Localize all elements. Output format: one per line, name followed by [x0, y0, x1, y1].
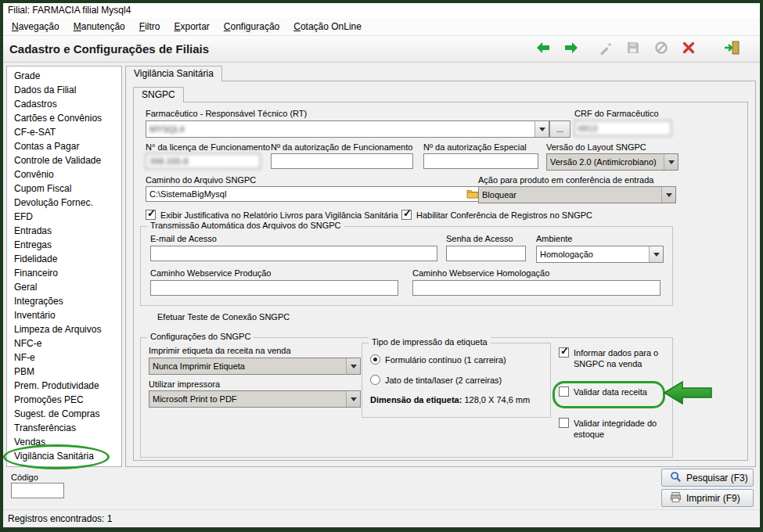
- aut-especial-field[interactable]: [423, 153, 538, 169]
- chevron-down-icon[interactable]: [664, 154, 678, 170]
- sidebar-item[interactable]: Promoções PEC: [7, 393, 121, 407]
- menu-item-filtro[interactable]: Filtro: [132, 18, 167, 35]
- sidebar-item[interactable]: Contas a Pagar: [7, 139, 121, 153]
- sidebar-item[interactable]: Integrações: [7, 294, 121, 308]
- ambiente-combobox[interactable]: Homologação: [536, 246, 664, 263]
- pesquisar-button[interactable]: Pesquisar (F3): [661, 469, 754, 487]
- exit-door-icon: [724, 40, 741, 59]
- save-icon: [626, 41, 640, 58]
- sidebar-item[interactable]: Inventário: [7, 308, 121, 322]
- page-title: Cadastro e Configurações de Filiais: [9, 36, 209, 62]
- checkbox-habilitar-conferencia[interactable]: Habilitar Conferência de Registros no SN…: [401, 210, 592, 221]
- chevron-down-icon[interactable]: [661, 187, 675, 203]
- sidebar-item[interactable]: PBM: [7, 365, 121, 379]
- save-button[interactable]: [624, 40, 642, 59]
- menu-item-manutencao[interactable]: Manutenção: [67, 18, 132, 35]
- checkbox-box: [559, 418, 569, 428]
- menu-item-exportar[interactable]: Exportar: [167, 18, 216, 35]
- licenca-field[interactable]: 398.335-8: [146, 153, 261, 169]
- sidebar-item[interactable]: Cupom Fiscal: [7, 182, 121, 196]
- teste-conexao-link[interactable]: Efetuar Teste de Conexão SNGPC: [157, 312, 290, 322]
- sidebar-item[interactable]: Cadastros: [7, 97, 121, 111]
- layout-sngpc-combobox[interactable]: Versão 2.0 (Antimicrobiano): [546, 153, 678, 171]
- sidebar-item[interactable]: Devolução Fornec.: [7, 196, 121, 210]
- annotation-arrow-left: [664, 379, 712, 409]
- arrow-left-icon: [535, 40, 551, 59]
- sidebar-item[interactable]: NF-e: [7, 350, 121, 365]
- nav-forward-button[interactable]: [562, 40, 581, 59]
- sidebar-item[interactable]: Convênio: [7, 167, 121, 182]
- wand-button[interactable]: [596, 40, 615, 59]
- radio-dot: [370, 375, 380, 385]
- sidebar-item[interactable]: CF-e-SAT: [7, 125, 121, 139]
- nav-back-button[interactable]: [534, 40, 552, 59]
- menu-item-configuracao[interactable]: Configuração: [217, 18, 286, 35]
- block-button[interactable]: [652, 40, 671, 59]
- caminho-label: Caminho do Arquivo SNGPC: [146, 175, 256, 185]
- menu-item-navegacao[interactable]: Navegação: [5, 18, 67, 35]
- sidebar-item[interactable]: Geral: [7, 280, 121, 294]
- group-transmissao-title: Transmissão Automática dos Arquivos do S…: [147, 221, 344, 230]
- group-configuracoes: Configurações do SNGPC Imprimir etiqueta…: [140, 337, 673, 458]
- dimensao-etiqueta-label: Dimensão da etiqueta: 128,0 X 74,6 mm: [370, 395, 530, 404]
- email-label: E-mail de Acesso: [150, 234, 217, 243]
- tab-sngpc[interactable]: SNGPC: [133, 87, 184, 102]
- checkbox-informar-dados[interactable]: Informar dados para o SNGPC na venda: [559, 347, 670, 369]
- codigo-field[interactable]: [11, 483, 64, 498]
- sidebar-item[interactable]: Controle de Validade: [7, 153, 121, 167]
- rt-label: Farmacêutico - Responsável Técnico (RT): [146, 109, 307, 118]
- sidebar-item[interactable]: Dados da Filial: [7, 83, 121, 97]
- imprimir-etiqueta-combobox[interactable]: Nunca Imprimir Etiqueta: [149, 358, 361, 375]
- sidebar-item[interactable]: Entradas: [7, 224, 121, 238]
- sidebar-item[interactable]: Cartões e Convênios: [7, 111, 121, 125]
- sidebar-item-vigilancia-sanitaria[interactable]: Vigilância Sanitária: [7, 449, 121, 463]
- sidebar-item[interactable]: NFC-e: [7, 336, 121, 350]
- sidebar-item[interactable]: Prem. Produtividade: [7, 379, 121, 393]
- sidebar-item[interactable]: Entregas: [7, 238, 121, 252]
- senha-label: Senha de Acesso: [446, 234, 513, 243]
- acao-conferencia-combobox[interactable]: Bloquear: [478, 186, 676, 203]
- chevron-down-icon[interactable]: [346, 358, 360, 374]
- folder-open-icon[interactable]: [466, 189, 479, 202]
- delete-button[interactable]: [679, 40, 698, 59]
- checkbox-exibir-justificativa[interactable]: Exibir Justificativa no Relatório Livros…: [146, 210, 398, 221]
- email-acesso-field[interactable]: [150, 246, 437, 261]
- sidebar-item[interactable]: Limpeza de Arquivos: [7, 322, 121, 336]
- sidebar-item[interactable]: Financeiro: [7, 266, 121, 280]
- rt-browse-button[interactable]: ...: [549, 120, 570, 138]
- chevron-down-icon[interactable]: [346, 391, 360, 407]
- crf-field[interactable]: 6913: [574, 120, 671, 136]
- sngpc-panel: Farmacêutico - Responsável Técnico (RT) …: [133, 102, 748, 461]
- exit-button[interactable]: [723, 40, 742, 59]
- sidebar-item[interactable]: Vendas: [7, 435, 121, 449]
- aut-funcionamento-field[interactable]: [271, 153, 413, 169]
- chevron-down-icon[interactable]: [649, 246, 663, 262]
- imprimir-button[interactable]: Imprimir (F9): [661, 489, 754, 507]
- status-bar: Registros encontrados: 1: [3, 509, 760, 527]
- rt-combobox[interactable]: MYSQL4: [146, 120, 549, 138]
- checkbox-validar-integridade[interactable]: Validar integridade do estoque: [559, 418, 670, 440]
- block-icon: [654, 41, 668, 58]
- radio-jato-tinta[interactable]: Jato de tinta/laser (2 carreiras): [370, 375, 502, 385]
- senha-acesso-field[interactable]: [446, 246, 526, 261]
- webservice-producao-field[interactable]: [150, 280, 398, 296]
- caminho-arquivo-field[interactable]: C:\SistemaBigMysql: [146, 186, 482, 202]
- menu-item-cotacao-online[interactable]: Cotação OnLine: [286, 18, 369, 35]
- close-icon: [682, 41, 696, 58]
- sidebar-item[interactable]: Sugest. de Compras: [7, 407, 121, 421]
- chevron-down-icon[interactable]: [534, 121, 549, 137]
- sidebar-item[interactable]: EFD: [7, 210, 121, 224]
- checkbox-validar-data-receita[interactable]: Validar data receita: [559, 386, 670, 397]
- search-icon: [670, 471, 682, 485]
- tab-vigilancia-sanitaria[interactable]: Vigilância Sanitária: [125, 66, 222, 81]
- radio-formulario-continuo[interactable]: Formulário contínuo (1 carreira): [370, 354, 506, 365]
- sidebar-item[interactable]: Grade: [7, 69, 121, 83]
- crf-label: CRF do Farmacêutico: [574, 109, 659, 118]
- webservice-homologacao-field[interactable]: [412, 280, 660, 296]
- sidebar-item[interactable]: Transferências: [7, 421, 121, 435]
- impressora-label: Utilizar impressora: [149, 379, 220, 389]
- sidebar-item[interactable]: Fidelidade: [7, 252, 121, 266]
- layout-label: Versão do Layout SNGPC: [546, 142, 646, 152]
- impressora-combobox[interactable]: Microsoft Print to PDF: [149, 390, 361, 408]
- wand-icon: [598, 40, 614, 59]
